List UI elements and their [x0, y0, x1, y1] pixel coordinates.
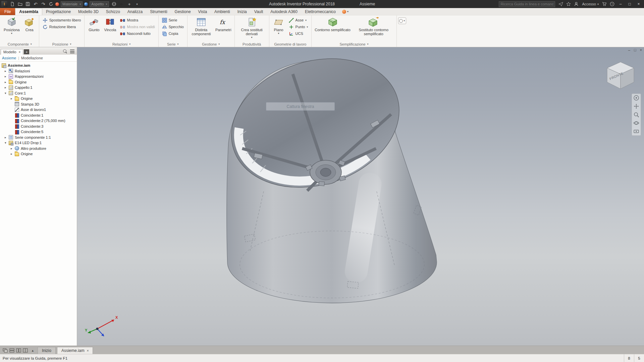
- open-file-icon[interactable]: [17, 1, 23, 7]
- tab-progettazione[interactable]: Progettazione: [42, 8, 74, 15]
- tree-item-coincidente-1[interactable]: Coincidente:1: [0, 113, 77, 118]
- qat-customize-icon[interactable]: ▾: [134, 1, 141, 7]
- doc-close-button[interactable]: ×: [640, 48, 642, 52]
- expander-icon[interactable]: ▸: [11, 97, 14, 100]
- tab-vault[interactable]: Vault: [251, 8, 267, 15]
- save-icon[interactable]: [24, 1, 31, 7]
- browser-tab-modello[interactable]: Modello ×: [1, 49, 23, 55]
- rotazione-libera-button[interactable]: Rotazione libera: [41, 23, 83, 30]
- group-label-geometrie[interactable]: Geometrie di lavoro: [271, 41, 310, 47]
- tree-item-e14-led-drop[interactable]: ▾E14 LED Drop:1: [0, 140, 77, 146]
- favorites-star-icon[interactable]: [565, 1, 572, 7]
- spostamento-libero-button[interactable]: Spostamento libero: [41, 17, 83, 23]
- crea-button[interactable]: Crea: [22, 16, 37, 32]
- send-icon[interactable]: [557, 1, 564, 7]
- tree-item-coincidente-2[interactable]: Coincidente:2 (75,000 mm): [0, 118, 77, 124]
- account-menu[interactable]: Accesso ▾: [581, 2, 600, 6]
- tab-inizia[interactable]: Inizia: [234, 8, 251, 15]
- expander-icon[interactable]: ▸: [5, 136, 8, 139]
- expander-icon[interactable]: ▸: [5, 75, 8, 78]
- copia-button[interactable]: Copia: [160, 30, 185, 37]
- browser-menu-icon[interactable]: [70, 50, 74, 53]
- cascade-windows-icon[interactable]: [3, 348, 8, 353]
- minimize-button[interactable]: –: [616, 1, 625, 7]
- expander-icon[interactable]: ▾: [5, 92, 8, 95]
- tab-ambienti[interactable]: Ambienti: [211, 8, 234, 15]
- appearance-dropdown[interactable]: Aspetto ▾: [90, 1, 109, 7]
- expander-icon[interactable]: ▸: [11, 147, 14, 150]
- serie-button[interactable]: Serie: [160, 17, 185, 23]
- tab-analizza[interactable]: Analizza: [124, 8, 146, 15]
- vincola-button[interactable]: Vincola: [102, 16, 118, 32]
- expander-icon[interactable]: ▸: [11, 152, 14, 156]
- app-store-cart-icon[interactable]: [601, 1, 608, 7]
- close-button[interactable]: ×: [635, 1, 643, 7]
- parametri-button[interactable]: Parametri: [214, 16, 233, 32]
- specchio-button[interactable]: Specchio: [160, 23, 185, 30]
- material-dropdown[interactable]: Materiale ▾: [61, 1, 83, 7]
- doc-tab-assieme[interactable]: Assieme.iam ×: [57, 347, 93, 354]
- asse-button[interactable]: Asse ▾: [287, 17, 310, 23]
- sostituto-contorno-semplificato-button[interactable]: Sostituto contorno semplificato: [353, 16, 395, 36]
- tile-horizontal-icon[interactable]: [9, 348, 14, 353]
- mostra-button[interactable]: Mostra: [118, 17, 156, 23]
- navigation-wheel-icon[interactable]: [633, 95, 639, 101]
- tree-item-cappello[interactable]: ▸Cappello:1: [0, 85, 77, 90]
- add-browser-tab-button[interactable]: +: [24, 49, 29, 54]
- tree-item-asse-di-lavoro[interactable]: Asse di lavoro1: [0, 107, 77, 113]
- distinta-componenti-button[interactable]: Distinta componenti: [189, 16, 213, 36]
- tree-item-e14-origine[interactable]: ▸Origine: [0, 151, 77, 157]
- tree-item-relazioni[interactable]: ▸Relazioni: [0, 68, 77, 74]
- orbit-icon[interactable]: [633, 120, 639, 126]
- tab-modello-3d[interactable]: Modello 3D: [74, 8, 102, 15]
- crea-sostituti-derivati-button[interactable]: Crea sostituti derivati ▾: [236, 16, 267, 39]
- tab-schizzo[interactable]: Schizzo: [102, 8, 124, 15]
- help-search-input[interactable]: [500, 2, 553, 6]
- look-at-icon[interactable]: [633, 128, 639, 134]
- tile-vertical-icon[interactable]: [16, 348, 21, 353]
- posiziona-button[interactable]: Posiziona ▾: [2, 16, 21, 35]
- tree-item-serie-componente[interactable]: ▸Serie componente 1:1: [0, 135, 77, 140]
- group-label-serie[interactable]: Serie ▾: [160, 41, 185, 47]
- ucs-button[interactable]: UCS: [287, 30, 310, 37]
- tab-assembla[interactable]: Assembla: [15, 8, 42, 15]
- doc-restore-button[interactable]: □: [634, 48, 636, 52]
- pan-icon[interactable]: [633, 103, 639, 109]
- filter-assieme[interactable]: Assieme: [2, 56, 16, 60]
- filter-modellazione[interactable]: Modellazione: [21, 56, 43, 60]
- undo-icon[interactable]: ↶: [32, 1, 39, 7]
- a360-sync-button[interactable]: ▾: [339, 8, 351, 15]
- new-file-icon[interactable]: [9, 1, 16, 7]
- expander-icon[interactable]: ▸: [5, 86, 8, 89]
- adjust-sphere-icon[interactable]: [111, 1, 117, 7]
- tree-item-stampa-3d[interactable]: Stampa 3D: [0, 102, 77, 107]
- group-label-semplificazione[interactable]: Semplificazione ▾: [313, 41, 394, 47]
- add-tool-icon[interactable]: +: [126, 1, 133, 7]
- zoom-icon[interactable]: [633, 112, 639, 118]
- group-label-gestione[interactable]: Gestione ▾: [189, 41, 233, 47]
- browser-search-icon[interactable]: [63, 49, 67, 54]
- measure-icon[interactable]: [118, 1, 125, 7]
- giunto-button[interactable]: Giunto: [86, 16, 102, 32]
- lampshade-model[interactable]: [77, 47, 644, 346]
- view-cube[interactable]: FRONTE: [604, 59, 637, 92]
- group-label-produttivita[interactable]: Produttività: [236, 41, 267, 47]
- ribbon-options-button[interactable]: ▾: [398, 17, 406, 24]
- close-icon[interactable]: ×: [19, 50, 21, 54]
- group-label-componente[interactable]: Componente ▾: [2, 41, 37, 47]
- punto-button[interactable]: Punto ▾: [287, 23, 310, 30]
- doc-tab-inizio[interactable]: Inizio: [38, 347, 56, 354]
- group-label-posizione[interactable]: Posizione ▾: [41, 41, 83, 47]
- user-icon[interactable]: [573, 1, 580, 7]
- group-label-relazioni[interactable]: Relazioni ▾: [86, 41, 156, 47]
- tab-elettromeccanico[interactable]: Elettromeccanico: [301, 8, 339, 15]
- tree-item-origine[interactable]: ▸Origine: [0, 79, 77, 85]
- tree-root[interactable]: Assieme.iam: [0, 63, 77, 68]
- tree-item-altro-produttore[interactable]: ▸Altro produttore: [0, 146, 77, 152]
- viewport-3d[interactable]: Cattura finestra – □ × FRONTE: [77, 47, 644, 346]
- piano-button[interactable]: Piano ▾: [271, 16, 286, 35]
- tree-item-core[interactable]: ▾Core:1: [0, 90, 77, 96]
- contorno-semplificato-button[interactable]: Contorno semplificato: [313, 16, 352, 32]
- expander-icon[interactable]: ▸: [5, 69, 8, 73]
- inventor-logo[interactable]: I: [1, 1, 7, 7]
